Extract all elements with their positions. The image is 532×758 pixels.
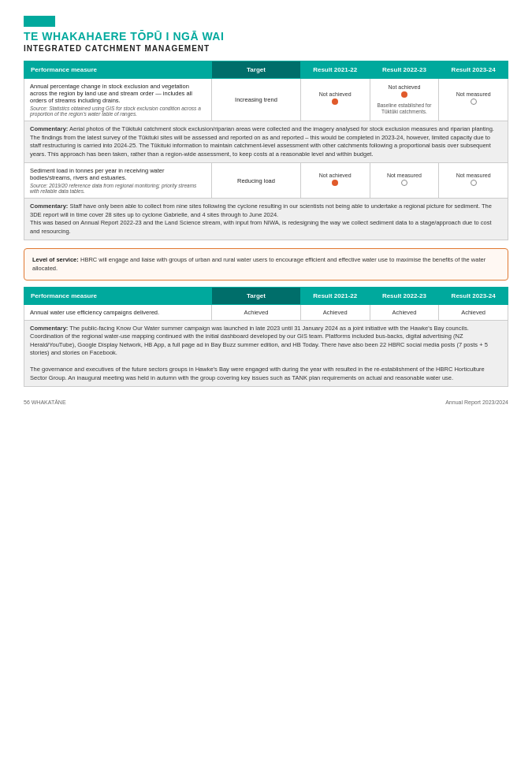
page-title: TE WHAKAHAERE TŌPŪ I NGĀ WAI [24, 30, 508, 43]
commentary-text-2b: This was based on Annual Report 2022-23 … [30, 219, 491, 235]
target-cell-2: Reducing load [212, 163, 301, 199]
result3-cell-t2: Achieved [439, 304, 508, 320]
col-header-target: Target [212, 61, 301, 79]
commentary-text-2: Staff have only been able to collect fro… [30, 203, 492, 218]
col-header-result1: Result 2021-22 [300, 61, 370, 79]
result3-text-2: Not measured [445, 173, 502, 178]
measure-text-t2: Annual water use efficiency campaigns de… [30, 309, 159, 316]
result1-cell-t2: Achieved [300, 304, 370, 320]
source-text-2: Source: 2019/20 reference data from regi… [30, 183, 206, 194]
commentary-row-t2: Commentary: The public-facing Know Our W… [24, 320, 508, 387]
result3-dot-2 [471, 180, 477, 186]
los-text: HBRC will engage and liaise with groups … [32, 256, 485, 272]
result2-cell-2: Not measured [370, 163, 439, 199]
result3-text-t2: Achieved [461, 309, 485, 316]
result2-dot-2 [401, 180, 407, 186]
level-of-service-box: Level of service: HBRC will engage and l… [24, 248, 508, 281]
col-header-target-t2: Target [212, 287, 301, 304]
col-header-measure: Performance measure [24, 61, 212, 79]
col-header-measure-t2: Performance measure [24, 287, 212, 304]
commentary-text-t2b: The governance and executives of the fut… [30, 366, 485, 381]
commentary-row-1: Commentary: Aerial photos of the Tūkituk… [24, 121, 508, 163]
result3-cell-2: Not measured [439, 163, 508, 199]
measure-cell-t2: Annual water use efficiency campaigns de… [24, 304, 212, 320]
table-row-t2: Annual water use efficiency campaigns de… [24, 304, 508, 320]
table-row: Annual percentage change in stock exclus… [24, 79, 508, 121]
result3-text: Not measured [445, 91, 502, 97]
result1-cell-2: Not achieved [300, 163, 370, 199]
commentary-cell-1: Commentary: Aerial photos of the Tūkituk… [24, 121, 508, 163]
commentary-label-t2: Commentary: [30, 325, 68, 332]
col-header-result1-t2: Result 2021-22 [300, 287, 370, 304]
result2-text-t2: Achieved [392, 309, 416, 316]
result1-text-2: Not achieved [307, 173, 364, 178]
result1-text-t2: Achieved [323, 309, 348, 316]
commentary-cell-t2: Commentary: The public-facing Know Our W… [24, 320, 508, 387]
commentary-cell-2: Commentary: Staff have only been able to… [24, 199, 508, 240]
col-header-result2: Result 2022-23 [370, 61, 439, 79]
commentary-label-2: Commentary: [30, 203, 68, 210]
result2-note: Baseline established for Tūktūki catchme… [376, 102, 433, 116]
result1-dot [332, 98, 338, 105]
result2-text: Not achieved [376, 84, 433, 90]
result2-dot [401, 91, 407, 98]
footer: 56 WHAKATĀNE Annual Report 2023/2024 [24, 399, 508, 405]
result1-cell: Not achieved [300, 79, 370, 121]
performance-table-1: Performance measure Target Result 2021-2… [24, 61, 508, 240]
footer-right: Annual Report 2023/2024 [445, 399, 508, 405]
result1-text: Not achieved [307, 91, 364, 97]
source-text: Source: Statistics obtained using GIS fo… [30, 106, 206, 117]
logo [24, 16, 55, 27]
col-header-result3-t2: Result 2023-24 [439, 287, 508, 304]
measure-cell-2: Sediment load in tonnes per year in rece… [24, 163, 212, 199]
measure-cell: Annual percentage change in stock exclus… [24, 79, 212, 121]
commentary-row-2: Commentary: Staff have only been able to… [24, 199, 508, 240]
target-cell-t2: Achieved [212, 304, 301, 320]
result2-cell-t2: Achieved [370, 304, 439, 320]
result2-cell: Not achieved Baseline established for Tū… [370, 79, 439, 121]
result1-dot-2 [332, 180, 338, 186]
page-subtitle: INTEGRATED CATCHMENT MANAGEMENT [24, 44, 508, 53]
target-text-t2: Achieved [244, 309, 269, 316]
measure-text-2: Sediment load in tonnes per year in rece… [30, 167, 165, 181]
result3-cell: Not measured [439, 79, 508, 121]
col-header-result2-t2: Result 2022-23 [370, 287, 439, 304]
los-label: Level of service: [32, 256, 79, 263]
col-header-result3: Result 2023-24 [439, 61, 508, 79]
footer-left: 56 WHAKATĀNE [24, 399, 66, 405]
commentary-text-t2: The public-facing Know Our Water summer … [30, 325, 488, 357]
performance-table-2: Performance measure Target Result 2021-2… [24, 287, 508, 388]
commentary-text-1: Aerial photos of the Tūkituki catchment … [30, 125, 494, 158]
table-row-2: Sediment load in tonnes per year in rece… [24, 163, 508, 199]
result3-dot [471, 98, 477, 105]
commentary-label: Commentary: [30, 125, 68, 132]
measure-text: Annual percentage change in stock exclus… [30, 83, 192, 104]
result2-text-2: Not measured [376, 173, 433, 178]
target-cell: Increasing trend [212, 79, 301, 121]
